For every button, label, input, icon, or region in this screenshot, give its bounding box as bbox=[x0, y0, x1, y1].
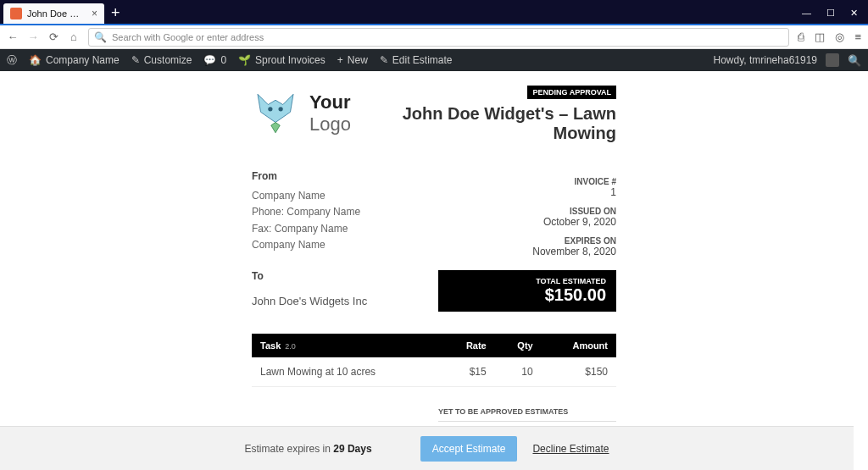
cell-amount: $150 bbox=[542, 357, 616, 387]
cell-qty: 10 bbox=[495, 357, 542, 387]
close-window-icon[interactable]: ✕ bbox=[850, 8, 858, 19]
browser-tab[interactable]: John Doe Widget's – Lawn Mo × bbox=[3, 3, 104, 24]
cell-task: Lawn Mowing at 10 acres bbox=[252, 357, 442, 387]
brush-icon: ✎ bbox=[131, 54, 140, 66]
wp-new-link[interactable]: + New bbox=[337, 54, 368, 66]
invoice-number: 1 bbox=[532, 186, 616, 198]
back-icon[interactable]: ← bbox=[7, 31, 19, 43]
company-logo bbox=[252, 90, 299, 137]
issued-date: October 9, 2020 bbox=[532, 216, 616, 228]
brand-text: Your Logo bbox=[309, 91, 380, 135]
dashboard-icon: 🏠 bbox=[29, 54, 42, 66]
comment-icon: 💬 bbox=[203, 54, 216, 66]
document-title: John Doe Widget's – Lawn Mowing bbox=[390, 104, 616, 143]
issued-label: ISSUED ON bbox=[532, 207, 616, 216]
browser-titlebar: John Doe Widget's – Lawn Mo × + — ☐ ✕ bbox=[0, 0, 868, 24]
url-placeholder: Search with Google or enter address bbox=[112, 32, 264, 42]
svg-point-1 bbox=[279, 107, 283, 111]
leaf-icon: 🌱 bbox=[238, 54, 251, 66]
expires-label: EXPIRES ON bbox=[532, 236, 616, 246]
from-fax: Fax: Company Name bbox=[252, 221, 532, 237]
table-row: Lawn Mowing at 10 acres $15 10 $150 bbox=[252, 357, 616, 387]
reload-icon[interactable]: ⟳ bbox=[47, 31, 59, 43]
home-icon[interactable]: ⌂ bbox=[68, 31, 80, 43]
from-addr: Company Name bbox=[252, 237, 532, 253]
window-controls: — ☐ ✕ bbox=[802, 8, 868, 24]
invoice-number-label: INVOICE # bbox=[532, 177, 616, 186]
to-heading: To bbox=[252, 268, 532, 285]
from-name: Company Name bbox=[252, 188, 532, 204]
wp-comments-link[interactable]: 💬 0 bbox=[203, 54, 226, 66]
tab-favicon bbox=[10, 8, 22, 19]
svg-point-0 bbox=[268, 107, 272, 111]
minimize-icon[interactable]: — bbox=[802, 8, 811, 19]
wp-edit-link[interactable]: ✎ Edit Estimate bbox=[380, 54, 453, 66]
estimate-document: Your Logo PENDING APPROVAL John Doe Widg… bbox=[252, 83, 616, 470]
sidebar-icon[interactable]: ◫ bbox=[815, 30, 825, 43]
status-badge: PENDING APPROVAL bbox=[527, 86, 616, 99]
from-heading: From bbox=[252, 169, 532, 185]
action-footer: Estimate expires in 29 Days Accept Estim… bbox=[0, 426, 854, 470]
forward-icon[interactable]: → bbox=[27, 31, 39, 43]
search-icon: 🔍 bbox=[94, 31, 107, 43]
tab-title: John Doe Widget's – Lawn Mo bbox=[27, 8, 86, 19]
menu-icon[interactable]: ≡ bbox=[854, 30, 861, 43]
plus-icon: + bbox=[337, 54, 343, 66]
to-name: John Doe's Widgets Inc bbox=[252, 293, 532, 311]
wp-sprout-link[interactable]: 🌱 Sprout Invoices bbox=[238, 54, 326, 66]
maximize-icon[interactable]: ☐ bbox=[826, 8, 835, 19]
wp-howdy[interactable]: Howdy, tmrineha61919 bbox=[713, 54, 817, 66]
new-tab-button[interactable]: + bbox=[111, 4, 120, 22]
decline-estimate-link[interactable]: Decline Estimate bbox=[532, 443, 609, 455]
avatar[interactable] bbox=[826, 53, 839, 67]
line-items-table: Task 2.0 Rate Qty Amount Lawn Mowing at … bbox=[252, 334, 616, 387]
from-phone: Phone: Company Name bbox=[252, 204, 532, 220]
col-amount: Amount bbox=[542, 334, 616, 357]
col-task: Task 2.0 bbox=[252, 334, 442, 357]
browser-navbar: ← → ⟳ ⌂ 🔍 Search with Google or enter ad… bbox=[0, 24, 868, 49]
page-viewport[interactable]: Your Logo PENDING APPROVAL John Doe Widg… bbox=[0, 71, 868, 470]
url-input[interactable]: 🔍 Search with Google or enter address bbox=[88, 28, 789, 47]
wp-site-link[interactable]: 🏠 Company Name bbox=[29, 54, 120, 66]
wp-admin-bar: ⓦ 🏠 Company Name ✎ Customize 💬 0 🌱 Sprou… bbox=[0, 49, 868, 71]
cell-rate: $15 bbox=[442, 357, 495, 387]
expires-notice: Estimate expires in 29 Days bbox=[245, 443, 372, 455]
library-icon[interactable]: ⎙ bbox=[798, 30, 804, 43]
col-qty: Qty bbox=[495, 334, 542, 357]
expires-date: November 8, 2020 bbox=[532, 246, 616, 257]
close-tab-icon[interactable]: × bbox=[92, 8, 97, 19]
summary-heading: YET TO BE APPROVED ESTIMATES bbox=[438, 407, 616, 422]
account-icon[interactable]: ◎ bbox=[835, 30, 844, 43]
wp-customize-link[interactable]: ✎ Customize bbox=[131, 54, 192, 66]
wp-search-icon[interactable]: 🔍 bbox=[848, 54, 861, 67]
wp-logo-icon[interactable]: ⓦ bbox=[7, 53, 17, 68]
col-rate: Rate bbox=[442, 334, 495, 357]
accept-estimate-button[interactable]: Accept Estimate bbox=[420, 436, 518, 462]
pencil-icon: ✎ bbox=[380, 54, 388, 66]
